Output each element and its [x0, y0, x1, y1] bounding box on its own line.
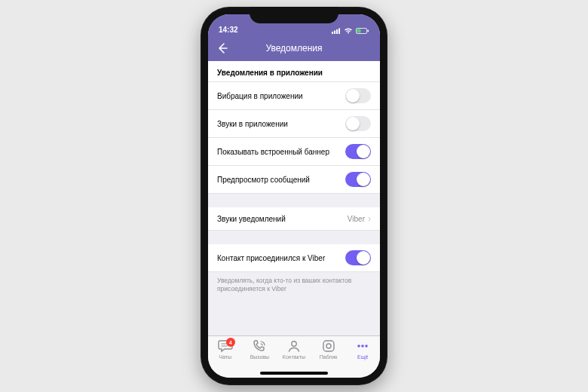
screen: 14:32 Уведомления Уведомления в приложен… — [208, 14, 380, 378]
signal-icon — [332, 28, 341, 34]
section-header: Уведомления в приложении — [208, 61, 380, 82]
row-banner[interactable]: Показывать встроенный баннер — [208, 138, 380, 166]
status-indicators — [332, 28, 369, 34]
svg-point-7 — [292, 341, 296, 346]
tab-chats[interactable]: 4 Чаты — [208, 339, 243, 360]
status-time: 14:32 — [219, 26, 238, 34]
chats-badge: 4 — [226, 338, 235, 347]
tab-more[interactable]: Ещё — [345, 339, 380, 360]
tab-label: Контакты — [283, 354, 305, 360]
phone-notch — [250, 7, 338, 23]
row-vibration[interactable]: Вибрация в приложении — [208, 82, 380, 110]
svg-point-10 — [357, 345, 360, 348]
svg-rect-6 — [368, 30, 369, 32]
toggle-vibration[interactable] — [345, 88, 371, 103]
phone-icon — [252, 339, 267, 353]
home-indicator[interactable] — [260, 372, 328, 375]
svg-rect-8 — [323, 341, 334, 351]
tab-label: Вызовы — [250, 354, 269, 360]
nav-header: Уведомления — [208, 35, 380, 61]
wifi-icon — [344, 28, 353, 34]
row-label: Контакт присоединился к Viber — [217, 254, 345, 262]
svg-rect-5 — [357, 29, 361, 33]
row-label: Вибрация в приложении — [217, 92, 345, 100]
row-sounds[interactable]: Звуки в приложении — [208, 110, 380, 138]
public-icon — [321, 339, 336, 353]
footer-note: Уведомлять, когда кто-то из ваших контак… — [208, 272, 380, 298]
more-icon — [355, 339, 370, 353]
content-area: Уведомления в приложении Вибрация в прил… — [208, 61, 380, 335]
svg-rect-3 — [338, 29, 340, 35]
tab-label: Ещё — [357, 354, 368, 360]
row-label: Предпросмотр сообщений — [217, 176, 345, 184]
svg-rect-1 — [334, 31, 335, 35]
row-value: Viber — [348, 215, 365, 223]
row-notif-sound[interactable]: Звуки уведомлений Viber › — [208, 207, 380, 231]
svg-rect-2 — [336, 29, 338, 34]
toggle-preview[interactable] — [345, 172, 371, 187]
toggle-contact-joined[interactable] — [345, 250, 371, 265]
row-preview[interactable]: Предпросмотр сообщений — [208, 166, 380, 194]
toggle-sounds[interactable] — [345, 116, 371, 131]
tab-public[interactable]: Паблик — [311, 339, 346, 360]
row-label: Показывать встроенный баннер — [217, 148, 345, 156]
row-label: Звуки в приложении — [217, 120, 345, 128]
row-contact-joined[interactable]: Контакт присоединился к Viber — [208, 244, 380, 272]
svg-point-12 — [365, 345, 368, 348]
contact-icon — [286, 339, 302, 353]
chevron-right-icon: › — [368, 213, 371, 224]
row-label: Звуки уведомлений — [217, 215, 348, 223]
svg-point-11 — [361, 345, 364, 348]
page-title: Уведомления — [265, 43, 322, 54]
svg-point-9 — [326, 344, 331, 348]
tab-label: Чаты — [219, 354, 231, 360]
back-arrow-icon — [216, 41, 229, 55]
tab-label: Паблик — [320, 354, 338, 360]
battery-icon — [356, 28, 369, 34]
phone-frame: 14:32 Уведомления Уведомления в приложен… — [201, 7, 387, 385]
toggle-banner[interactable] — [345, 144, 371, 159]
back-button[interactable] — [216, 41, 229, 55]
tab-contacts[interactable]: Контакты — [277, 339, 311, 360]
svg-rect-0 — [332, 32, 333, 34]
tab-calls[interactable]: Вызовы — [243, 339, 277, 360]
